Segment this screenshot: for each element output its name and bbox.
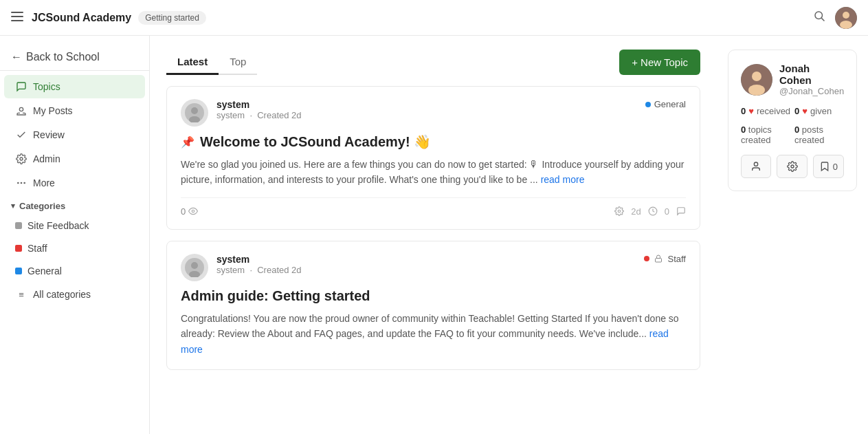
hamburger-icon[interactable]	[11, 10, 23, 25]
topic-1-chat-icon	[676, 206, 686, 216]
avatar[interactable]	[835, 7, 857, 29]
topnav-right	[813, 7, 857, 29]
svg-point-6	[843, 12, 849, 19]
topic-1-read-more[interactable]: read more	[541, 174, 585, 185]
heart-given-icon: ♥	[802, 106, 808, 116]
topic-2-title[interactable]: Admin guide: Getting started	[181, 288, 686, 304]
svg-point-7	[840, 21, 852, 29]
received-count: 0	[741, 106, 746, 116]
posts-created: 0 posts created	[794, 124, 844, 145]
svg-point-11	[21, 182, 21, 183]
sidebar-item-review-label: Review	[33, 129, 65, 140]
admin-icon	[15, 153, 27, 165]
sidebar-item-general[interactable]: General	[4, 260, 145, 282]
main-header: Latest Top + New Topic	[166, 50, 700, 75]
sidebar: ← Back to School Topics My Posts	[0, 36, 150, 434]
topic-1-body: We're so glad you joined us. Here are a …	[181, 157, 686, 188]
given-count: 0	[794, 106, 799, 116]
topic-1-replies: 0	[665, 206, 669, 217]
categories-section[interactable]: ▾ Categories	[0, 195, 149, 214]
user-profile-button[interactable]	[741, 155, 771, 178]
sidebar-item-all-categories-label: All categories	[33, 289, 91, 300]
svg-line-4	[821, 18, 824, 21]
given-label: given	[810, 106, 832, 116]
svg-rect-1	[11, 16, 23, 17]
svg-point-26	[755, 162, 758, 166]
given-stat: 0 ♥ given	[794, 106, 844, 116]
svg-point-3	[815, 12, 823, 19]
svg-point-14	[191, 107, 198, 114]
topic-1-category-label: General	[654, 99, 686, 109]
topic-2-body: Congratulations! You are now the proud o…	[181, 311, 686, 357]
more-icon	[15, 177, 27, 189]
tabs: Latest Top	[166, 50, 257, 75]
topic-1-avatar	[181, 99, 208, 127]
new-topic-button[interactable]: + New Topic	[619, 50, 700, 75]
back-label: Back to School	[26, 51, 100, 63]
lock-icon	[654, 254, 663, 263]
sidebar-item-admin-label: Admin	[33, 153, 60, 164]
topic-1-gear-icon	[614, 206, 624, 216]
back-to-school-button[interactable]: ← Back to School	[0, 44, 149, 71]
topic-card-1: system system · Created 2d General 📌 Wel…	[166, 86, 700, 230]
general-dot	[15, 268, 22, 274]
sidebar-item-topics-label: Topics	[33, 81, 60, 92]
topic-card-1-header: system system · Created 2d General	[181, 99, 686, 127]
svg-rect-22	[656, 259, 662, 263]
sidebar-item-admin[interactable]: Admin	[4, 147, 145, 171]
topic-card-2-header: system system · Created 2d Staff	[181, 254, 686, 281]
svg-point-17	[619, 210, 621, 213]
topic-1-category-dot	[645, 102, 651, 107]
user-card-avatar[interactable]	[741, 64, 772, 96]
tab-top[interactable]: Top	[219, 50, 257, 75]
topic-1-author-block: system system · Created 2d	[216, 99, 302, 120]
my-posts-icon	[15, 105, 27, 117]
svg-point-10	[18, 182, 19, 183]
topic-1-category: General	[645, 99, 686, 109]
received-label: received	[757, 106, 790, 116]
user-settings-button[interactable]	[777, 155, 807, 178]
all-categories-icon: ≡	[15, 288, 27, 301]
search-icon[interactable]	[813, 10, 825, 25]
pin-icon: 📌	[181, 135, 194, 149]
topic-1-time: 2d	[631, 206, 641, 217]
user-card: Jonah Cohen @Jonah_Cohen 0 ♥ received 0 …	[728, 50, 857, 191]
sidebar-item-my-posts-label: My Posts	[33, 105, 73, 116]
tab-latest[interactable]: Latest	[166, 50, 219, 75]
sidebar-item-site-feedback[interactable]: Site Feedback	[4, 215, 145, 237]
svg-point-20	[191, 262, 198, 269]
topic-1-title[interactable]: 📌 Welcome to JCSound Academy! 👋	[181, 133, 686, 150]
back-arrow-icon: ←	[11, 51, 22, 63]
svg-point-24	[752, 72, 761, 81]
sidebar-item-staff[interactable]: Staff	[4, 237, 145, 259]
topic-2-category-label: Staff	[667, 254, 686, 264]
right-panel: Jonah Cohen @Jonah_Cohen 0 ♥ received 0 …	[717, 36, 868, 434]
svg-point-9	[20, 158, 23, 160]
topic-2-category: Staff	[644, 254, 686, 264]
sidebar-item-all-categories[interactable]: ≡ All categories	[4, 283, 145, 306]
topics-icon	[15, 80, 27, 93]
sidebar-item-staff-label: Staff	[27, 243, 47, 254]
sidebar-item-topics[interactable]: Topics	[4, 75, 145, 98]
topic-1-views: 0	[181, 206, 198, 217]
app-title: JCSound Academy	[32, 12, 131, 24]
user-actions: 0	[741, 155, 844, 178]
topic-2-subtitle: system · Created 2d	[216, 265, 302, 275]
topic-card-2: system system · Created 2d Staff Ad	[166, 241, 700, 370]
sidebar-item-my-posts[interactable]: My Posts	[4, 99, 145, 122]
user-bookmark-button[interactable]: 0	[813, 155, 844, 178]
posts-created-label: posts created	[794, 124, 824, 145]
bookmark-count: 0	[833, 162, 838, 172]
staff-dot	[15, 245, 22, 252]
svg-point-27	[791, 165, 794, 168]
categories-label: Categories	[19, 201, 65, 211]
sidebar-item-more[interactable]: More	[4, 171, 145, 195]
sidebar-item-review[interactable]: Review	[4, 123, 145, 147]
topic-1-footer: 0 2d	[181, 197, 686, 217]
review-icon	[15, 129, 27, 141]
site-feedback-dot	[15, 222, 22, 229]
received-stat: 0 ♥ received	[741, 106, 790, 116]
app-badge: Getting started	[138, 11, 206, 25]
svg-rect-2	[11, 20, 23, 21]
user-card-info: Jonah Cohen @Jonah_Cohen	[779, 63, 844, 96]
